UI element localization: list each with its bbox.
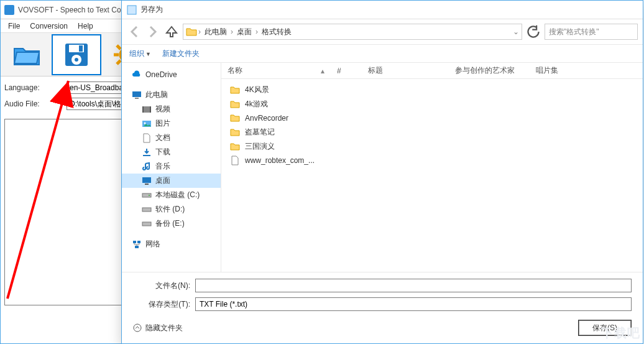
svg-rect-24 [150, 106, 151, 113]
tree-music[interactable]: 音乐 [122, 159, 221, 174]
list-rows: 4K风景 4k游戏 AnvRecorder 盗墓笔记 三国演义 www_robt… [221, 79, 643, 171]
nav-forward-button[interactable] [145, 24, 160, 39]
breadcrumb[interactable]: › 此电脑 › 桌面 › 格式转换 ⌄ [183, 24, 522, 40]
refresh-button[interactable] [526, 24, 541, 39]
file-icon [230, 156, 240, 165]
svg-rect-19 [127, 6, 136, 14]
organize-button[interactable]: 组织▼ [129, 49, 151, 59]
list-item[interactable]: www_robtex_com_... [221, 154, 643, 167]
search-input[interactable]: 搜索"格式转换" [545, 24, 638, 40]
new-folder-button[interactable]: 新建文件夹 [162, 49, 200, 59]
col-album[interactable]: 唱片集 [530, 65, 643, 76]
save-button[interactable] [52, 34, 101, 75]
col-hash[interactable]: # [331, 67, 362, 75]
folder-icon [230, 85, 240, 95]
svg-rect-22 [142, 106, 151, 113]
dialog-title: 另存为 [140, 4, 163, 15]
folder-icon [230, 128, 240, 137]
tree-disk-e[interactable]: 备份 (E:) [122, 216, 221, 231]
svg-rect-33 [142, 222, 151, 226]
chevron-right-icon: › [255, 27, 258, 36]
tree-thispc[interactable]: 此电脑 [122, 88, 221, 102]
tree-onedrive[interactable]: OneDrive [122, 68, 221, 81]
language-label: Language: [4, 83, 67, 92]
list-header[interactable]: 名称 ▴ # 标题 参与创作的艺术家 唱片集 [221, 63, 643, 79]
cloud-icon [132, 70, 142, 80]
svg-rect-32 [142, 208, 151, 212]
menu-conversion[interactable]: Conversion [26, 21, 71, 32]
svg-rect-23 [142, 106, 144, 113]
search-placeholder: 搜索"格式转换" [549, 27, 599, 37]
drive-icon [142, 205, 152, 215]
svg-point-26 [144, 122, 146, 124]
file-list: 名称 ▴ # 标题 参与创作的艺术家 唱片集 4K风景 4k游戏 AnvReco… [221, 63, 643, 272]
filetype-label: 保存类型(T): [133, 299, 195, 310]
tree-downloads[interactable]: 下载 [122, 145, 221, 159]
svg-rect-20 [132, 91, 141, 97]
crumb-desktop[interactable]: 桌面 [234, 27, 254, 37]
nav-up-button[interactable] [164, 24, 179, 39]
crumb-folder[interactable]: 格式转换 [259, 27, 294, 37]
list-item[interactable]: AnvRecorder [221, 111, 643, 125]
folder-icon [230, 142, 240, 152]
svg-rect-35 [137, 241, 140, 243]
filetype-select[interactable]: TXT File (*.txt) [195, 297, 632, 311]
tree-disk-d[interactable]: 软件 (D:) [122, 202, 221, 216]
col-artist[interactable]: 参与创作的艺术家 [449, 65, 530, 76]
dialog-command-bar: 组织▼ 新建文件夹 [122, 44, 643, 63]
video-icon [142, 105, 152, 114]
svg-line-17 [117, 60, 121, 64]
filename-label: 文件名(N): [133, 281, 195, 291]
folder-icon [230, 100, 240, 109]
save-dialog-button[interactable]: 保存(S) [578, 320, 632, 336]
chevron-right-icon: › [198, 27, 201, 36]
desktop-icon [142, 176, 152, 186]
tree-network[interactable]: 网络 [122, 237, 221, 251]
tree-docs[interactable]: 文档 [122, 131, 221, 145]
chevron-down-icon[interactable]: ⌄ [513, 27, 519, 36]
save-as-dialog: 另存为 › 此电脑 › 桌面 › 格式转换 ⌄ 搜索"格式转换" 组织▼ 新建文… [121, 0, 643, 344]
tree-desktop[interactable]: 桌面 [122, 174, 221, 188]
menu-help[interactable]: Help [74, 21, 97, 32]
list-item[interactable]: 三国演义 [221, 139, 643, 154]
filename-input[interactable] [195, 279, 632, 292]
network-icon [132, 239, 142, 249]
list-item[interactable]: 4K风景 [221, 83, 643, 97]
tree-pictures[interactable]: 图片 [122, 116, 221, 131]
svg-rect-6 [79, 45, 83, 52]
app-icon [4, 5, 14, 15]
svg-point-8 [75, 58, 78, 62]
svg-line-14 [117, 45, 121, 49]
chevron-right-icon: › [231, 27, 233, 36]
folder-open-icon [12, 40, 42, 70]
nav-back-button[interactable] [127, 24, 142, 39]
folder-tree[interactable]: OneDrive 此电脑 视频 图片 文档 下载 音乐 桌面 本地磁盘 (C:)… [122, 63, 221, 272]
drive-icon [142, 190, 152, 200]
svg-rect-29 [145, 184, 149, 185]
list-item[interactable]: 4k游戏 [221, 97, 643, 111]
crumb-thispc[interactable]: 此电脑 [202, 27, 229, 37]
svg-rect-27 [143, 155, 150, 156]
open-button[interactable] [2, 34, 52, 75]
folder-icon [186, 27, 197, 37]
col-title[interactable]: 标题 [362, 65, 449, 76]
music-icon [142, 162, 152, 172]
menu-file[interactable]: File [4, 21, 24, 32]
audiofile-label: Audio File: [4, 100, 67, 108]
pictures-icon [142, 119, 152, 129]
svg-rect-36 [135, 246, 139, 248]
hide-folders-button[interactable]: 隐藏文件夹 [133, 323, 183, 333]
tree-video[interactable]: 视频 [122, 102, 221, 116]
save-icon [62, 40, 91, 70]
monitor-icon [132, 90, 142, 100]
dialog-body: OneDrive 此电脑 视频 图片 文档 下载 音乐 桌面 本地磁盘 (C:)… [122, 63, 643, 272]
svg-rect-34 [133, 241, 136, 243]
col-name[interactable]: 名称 [221, 65, 315, 76]
svg-point-37 [134, 324, 141, 332]
list-item[interactable]: 盗墓笔记 [221, 125, 643, 139]
download-icon [142, 147, 152, 157]
chevron-down-icon: ▼ [145, 51, 151, 57]
chevron-up-circle-icon [133, 323, 142, 332]
folder-icon [230, 113, 240, 123]
tree-disk-c[interactable]: 本地磁盘 (C:) [122, 188, 221, 202]
